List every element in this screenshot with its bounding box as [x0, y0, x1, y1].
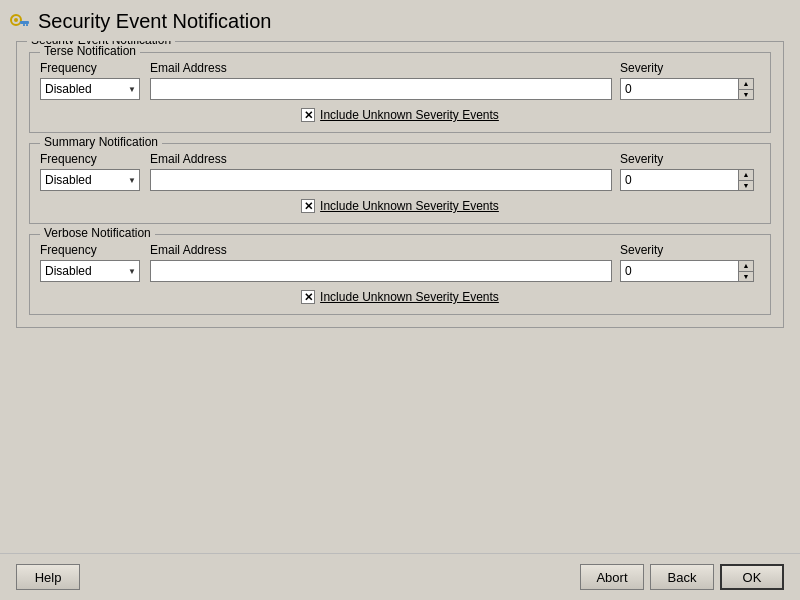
ok-button[interactable]: OK [720, 564, 784, 590]
abort-button[interactable]: Abort [580, 564, 644, 590]
svg-rect-3 [26, 24, 28, 26]
verbose-group: Verbose Notification Frequency Email Add… [29, 234, 771, 315]
terse-severity-wrapper: ▲ ▼ [620, 78, 760, 100]
verbose-frequency-select[interactable]: Disabled Hourly Daily Weekly [40, 260, 140, 282]
summary-frequency-label: Frequency [40, 152, 150, 166]
terse-checkbox[interactable]: ✕ [301, 108, 315, 122]
summary-email-label: Email Address [150, 152, 612, 166]
terse-legend: Terse Notification [40, 44, 140, 58]
verbose-frequency-wrapper: Disabled Hourly Daily Weekly [40, 260, 140, 282]
summary-frequency-select[interactable]: Disabled Hourly Daily Weekly [40, 169, 140, 191]
terse-spin-up[interactable]: ▲ [739, 79, 753, 90]
footer-right: Abort Back OK [580, 564, 784, 590]
verbose-frequency-label: Frequency [40, 243, 150, 257]
back-button[interactable]: Back [650, 564, 714, 590]
terse-email-input[interactable] [150, 78, 612, 100]
summary-email-input[interactable] [150, 169, 612, 191]
summary-checkbox-row: ✕ Include Unknown Severity Events [40, 199, 760, 213]
verbose-email-label: Email Address [150, 243, 612, 257]
terse-severity-input[interactable] [620, 78, 738, 100]
verbose-severity-label: Severity [620, 243, 760, 257]
verbose-spin-up[interactable]: ▲ [739, 261, 753, 272]
svg-point-1 [14, 18, 18, 22]
summary-legend: Summary Notification [40, 135, 162, 149]
outer-group: Security Event Notification Terse Notifi… [16, 41, 784, 328]
terse-frequency-label: Frequency [40, 61, 150, 75]
verbose-legend: Verbose Notification [40, 226, 155, 240]
terse-frequency-select[interactable]: Disabled Hourly Daily Weekly [40, 78, 140, 100]
svg-rect-2 [20, 21, 29, 24]
security-key-icon [8, 11, 30, 33]
terse-spinbox: ▲ ▼ [738, 78, 754, 100]
verbose-severity-input[interactable] [620, 260, 738, 282]
terse-email-label: Email Address [150, 61, 612, 75]
summary-severity-wrapper: ▲ ▼ [620, 169, 760, 191]
summary-spin-down[interactable]: ▼ [739, 181, 753, 191]
verbose-checkbox-row: ✕ Include Unknown Severity Events [40, 290, 760, 304]
verbose-email-input[interactable] [150, 260, 612, 282]
summary-severity-label: Severity [620, 152, 760, 166]
terse-checkbox-label[interactable]: Include Unknown Severity Events [320, 108, 499, 122]
page-title: Security Event Notification [38, 10, 271, 33]
svg-rect-4 [23, 24, 25, 26]
summary-frequency-wrapper: Disabled Hourly Daily Weekly [40, 169, 140, 191]
terse-spin-down[interactable]: ▼ [739, 90, 753, 100]
summary-spinbox: ▲ ▼ [738, 169, 754, 191]
terse-frequency-wrapper: Disabled Hourly Daily Weekly [40, 78, 140, 100]
terse-checkbox-row: ✕ Include Unknown Severity Events [40, 108, 760, 122]
terse-group: Terse Notification Frequency Email Addre… [29, 52, 771, 133]
verbose-checkbox[interactable]: ✕ [301, 290, 315, 304]
summary-group: Summary Notification Frequency Email Add… [29, 143, 771, 224]
footer: Help Abort Back OK [0, 553, 800, 600]
summary-spin-up[interactable]: ▲ [739, 170, 753, 181]
summary-severity-input[interactable] [620, 169, 738, 191]
verbose-severity-wrapper: ▲ ▼ [620, 260, 760, 282]
summary-checkbox-label[interactable]: Include Unknown Severity Events [320, 199, 499, 213]
verbose-spin-down[interactable]: ▼ [739, 272, 753, 282]
help-button[interactable]: Help [16, 564, 80, 590]
verbose-checkbox-label[interactable]: Include Unknown Severity Events [320, 290, 499, 304]
summary-checkbox[interactable]: ✕ [301, 199, 315, 213]
verbose-spinbox: ▲ ▼ [738, 260, 754, 282]
terse-severity-label: Severity [620, 61, 760, 75]
